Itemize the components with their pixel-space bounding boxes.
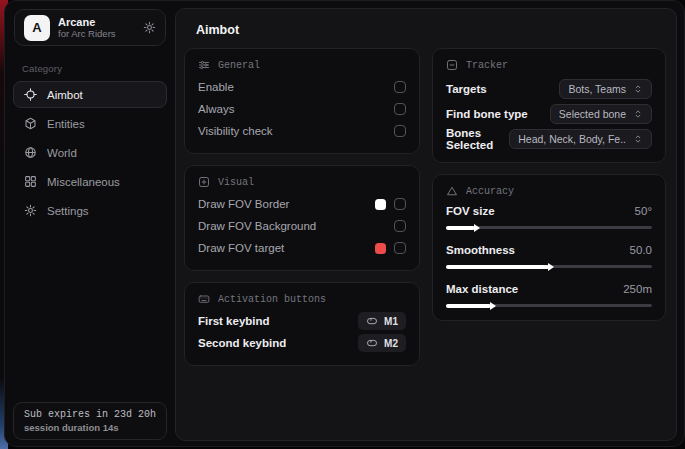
setting-row-second-keybind: Second keybind M2 — [198, 332, 406, 354]
gear-icon — [24, 204, 37, 217]
fov-size-slider[interactable] — [446, 226, 652, 229]
dropdown-value: Bots, Teams — [568, 83, 626, 95]
globe-icon — [24, 146, 37, 159]
box-icon — [24, 117, 37, 130]
first-keybind-button[interactable]: M1 — [358, 312, 406, 330]
always-checkbox[interactable] — [394, 103, 406, 115]
setting-label: Draw FOV target — [198, 242, 284, 254]
setting-label: Always — [198, 103, 234, 115]
color-swatch[interactable] — [375, 243, 386, 254]
crosshair-icon — [24, 88, 37, 101]
sidebar-item-entities[interactable]: Entities — [13, 110, 167, 137]
fov-border-checkbox[interactable] — [394, 198, 406, 210]
panel-tracker: Tracker Targets Bots, Teams — [432, 48, 666, 163]
sub-expiry-text: Sub expires in 23d 20h — [24, 409, 156, 420]
panel-general: General Enable Always Visibility check — [184, 48, 420, 154]
gear-icon[interactable] — [143, 21, 156, 34]
fov-target-checkbox[interactable] — [394, 242, 406, 254]
setting-label: Smoothness — [446, 244, 515, 256]
app-titles: Arcane for Arc Riders — [58, 16, 116, 39]
setting-label: First keybind — [198, 315, 270, 327]
setting-label: Second keybind — [198, 337, 286, 349]
slider-fill[interactable] — [446, 304, 491, 308]
fov-background-checkbox[interactable] — [394, 220, 406, 232]
setting-row-find-bone-type: Find bone type Selected bone — [446, 101, 652, 126]
color-swatch[interactable] — [375, 199, 386, 210]
setting-row-first-keybind: First keybind M1 — [198, 310, 406, 332]
sidebar-item-aimbot[interactable]: Aimbot — [13, 81, 167, 108]
sidebar-item-label: Aimbot — [47, 89, 83, 101]
sidebar-item-settings[interactable]: Settings — [13, 197, 167, 224]
mouse-icon — [366, 337, 378, 349]
setting-label: Max distance — [446, 283, 518, 295]
keyboard-icon — [198, 293, 210, 305]
panel-title: Visual — [218, 177, 254, 188]
sidebar: A Arcane for Arc Riders Category Aimbot — [5, 1, 175, 446]
unfold-icon — [633, 84, 643, 94]
dropdown-value: Head, Neck, Body, Fe.. — [518, 133, 626, 145]
setting-group-fov-size: FOV size 50° — [446, 202, 652, 229]
setting-row-targets: Targets Bots, Teams — [446, 76, 652, 101]
frame-plus-icon — [198, 176, 210, 188]
bones-selected-dropdown[interactable]: Head, Neck, Body, Fe.. — [509, 129, 652, 149]
panel-title: Tracker — [466, 60, 508, 71]
slider-fill[interactable] — [446, 265, 549, 269]
setting-group-smoothness: Smoothness 50.0 — [446, 241, 652, 268]
page-title: Aimbot — [176, 9, 676, 48]
panel-title: Accuracy — [466, 186, 514, 197]
app-subtitle: for Arc Riders — [58, 28, 116, 39]
unfold-icon — [633, 134, 643, 144]
sidebar-item-world[interactable]: World — [13, 139, 167, 166]
grid-icon — [24, 175, 37, 188]
dropdown-value: Selected bone — [559, 108, 626, 120]
sidebar-nav: Aimbot Entities World — [5, 81, 175, 224]
setting-row-fov-border: Draw FOV Border — [198, 193, 406, 215]
category-label: Category — [22, 63, 175, 74]
max-distance-slider[interactable] — [446, 304, 652, 307]
sidebar-item-label: Entities — [47, 118, 85, 130]
keybind-value: M1 — [384, 316, 398, 327]
panel-visual: Visual Draw FOV Border Draw FOV Backgrou… — [184, 165, 420, 271]
setting-label: Enable — [198, 81, 234, 93]
keybind-value: M2 — [384, 338, 398, 349]
setting-value: 250m — [623, 283, 652, 295]
visibility-check-checkbox[interactable] — [394, 125, 406, 137]
setting-group-max-distance: Max distance 250m — [446, 280, 652, 307]
slider-fill[interactable] — [446, 226, 475, 230]
sidebar-item-label: Settings — [47, 205, 89, 217]
setting-label: Draw FOV Background — [198, 220, 316, 232]
smoothness-slider[interactable] — [446, 265, 652, 268]
panel-activation-buttons: Activation buttons First keybind M1 — [184, 282, 420, 366]
panel-title: General — [218, 60, 260, 71]
app-window: A Arcane for Arc Riders Category Aimbot — [4, 0, 685, 447]
subscription-card: Sub expires in 23d 20h session duration … — [13, 402, 167, 440]
sidebar-item-label: World — [47, 147, 77, 159]
app-name: Arcane — [58, 16, 116, 28]
mouse-icon — [366, 315, 378, 327]
sidebar-item-label: Miscellaneous — [47, 176, 120, 188]
setting-label: Find bone type — [446, 108, 528, 120]
setting-row-visibility-check: Visibility check — [198, 120, 406, 142]
setting-row-enable: Enable — [198, 76, 406, 98]
app-logo: A — [24, 15, 50, 41]
setting-row-fov-target: Draw FOV target — [198, 237, 406, 259]
find-bone-type-dropdown[interactable]: Selected bone — [550, 104, 652, 124]
setting-value: 50° — [635, 205, 652, 217]
setting-row-always: Always — [198, 98, 406, 120]
triangle-icon — [446, 185, 458, 197]
setting-label: Targets — [446, 83, 487, 95]
second-keybind-button[interactable]: M2 — [358, 334, 406, 352]
setting-value: 50.0 — [630, 244, 652, 256]
sidebar-item-miscellaneous[interactable]: Miscellaneous — [13, 168, 167, 195]
unfold-icon — [633, 109, 643, 119]
enable-checkbox[interactable] — [394, 81, 406, 93]
setting-label: FOV size — [446, 205, 495, 217]
main-content: Aimbot General Enable — [175, 8, 677, 441]
targets-dropdown[interactable]: Bots, Teams — [559, 79, 652, 99]
setting-row-bones-selected: Bones Selected Head, Neck, Body, Fe.. — [446, 126, 652, 151]
panel-title: Activation buttons — [218, 294, 326, 305]
desktop: A Arcane for Arc Riders Category Aimbot — [0, 0, 685, 449]
setting-row-fov-background: Draw FOV Background — [198, 215, 406, 237]
sliders-icon — [198, 59, 210, 71]
setting-label: Visibility check — [198, 125, 273, 137]
